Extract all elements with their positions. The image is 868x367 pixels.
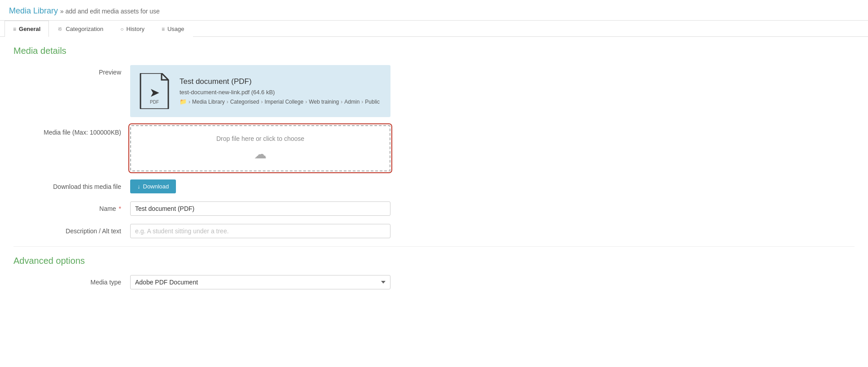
name-input-wrap: [130, 201, 390, 216]
download-button[interactable]: ↓ Download: [130, 179, 176, 193]
history-icon: ○: [120, 26, 123, 32]
preview-filename: test-document-new-link.pdf (64.6 kB): [180, 89, 380, 96]
media-file-row: Media file (Max: 100000KB) Drop file her…: [13, 125, 855, 171]
page-title: Media Library » add and edit media asset…: [9, 6, 160, 15]
breadcrumb-item-web-training: Web training: [309, 99, 339, 105]
advanced-options-section: Advanced options Media type Adobe PDF Do…: [13, 256, 855, 289]
tab-general[interactable]: ≡ General: [4, 21, 49, 37]
media-type-row: Media type Adobe PDF Document Image Vide…: [13, 275, 855, 289]
svg-text:PDF: PDF: [150, 100, 159, 105]
advanced-options-heading: Advanced options: [13, 256, 855, 266]
media-type-select[interactable]: Adobe PDF Document Image Video Audio Oth…: [130, 275, 390, 289]
preview-box: ➤ PDF Test document (PDF) test-document-…: [130, 65, 390, 117]
tab-history[interactable]: ○ History: [112, 21, 153, 37]
media-file-label: Media file (Max: 100000KB): [13, 125, 130, 136]
breadcrumb-item: Imperial College: [264, 99, 303, 105]
breadcrumb-item: Public: [365, 99, 380, 105]
preview-row: Preview ➤ PDF Test document (PDF) test-d…: [13, 65, 855, 117]
description-row: Description / Alt text: [13, 224, 855, 238]
description-input[interactable]: [130, 224, 390, 238]
description-input-wrap: [130, 224, 390, 238]
preview-breadcrumb: 📁 › Media Library › Categorised › Imperi…: [180, 98, 380, 105]
svg-text:➤: ➤: [150, 87, 159, 99]
main-content: Media details Preview ➤ PDF Test documen…: [0, 37, 868, 306]
tab-usage[interactable]: ≡ Usage: [153, 21, 193, 37]
usage-icon: ≡: [162, 26, 165, 32]
general-icon: ≡: [13, 26, 16, 32]
breadcrumb-item: Admin: [344, 99, 359, 105]
preview-label: Preview: [13, 65, 130, 76]
upload-zone-wrap: Drop file here or click to choose ☁: [130, 125, 390, 171]
preview-title: Test document (PDF): [180, 77, 380, 86]
tab-categorization[interactable]: ⛭ Categorization: [49, 21, 112, 37]
download-button-wrap: ↓ Download: [130, 179, 390, 193]
cloud-upload-icon: ☁: [140, 147, 381, 162]
upload-drop-text: Drop file here or click to choose: [140, 135, 381, 142]
download-label: Download this media file: [13, 179, 130, 190]
download-row: Download this media file ↓ Download: [13, 179, 855, 193]
description-label: Description / Alt text: [13, 224, 130, 235]
pdf-file-icon: ➤ PDF: [139, 73, 171, 109]
name-row: Name *: [13, 201, 855, 216]
preview-box-wrap: ➤ PDF Test document (PDF) test-document-…: [130, 65, 390, 117]
upload-dropzone[interactable]: Drop file here or click to choose ☁: [130, 125, 390, 171]
name-input[interactable]: [130, 201, 390, 216]
media-details-heading: Media details: [13, 46, 855, 56]
download-icon: ↓: [137, 183, 140, 190]
name-label: Name *: [13, 201, 130, 212]
folder-icon: 📁: [180, 98, 187, 105]
required-indicator: *: [119, 205, 121, 212]
breadcrumb-item: Media Library: [192, 99, 225, 105]
tab-bar: ≡ General ⛭ Categorization ○ History ≡ U…: [0, 21, 868, 37]
page-header: Media Library » add and edit media asset…: [0, 0, 868, 21]
categorization-icon: ⛭: [57, 26, 63, 32]
breadcrumb-item: Categorised: [230, 99, 259, 105]
section-divider: [13, 246, 855, 247]
media-type-label: Media type: [13, 275, 130, 286]
preview-info: Test document (PDF) test-document-new-li…: [180, 77, 380, 105]
media-type-select-wrap: Adobe PDF Document Image Video Audio Oth…: [130, 275, 390, 289]
